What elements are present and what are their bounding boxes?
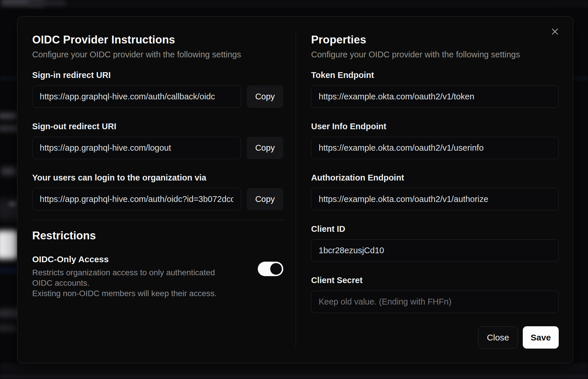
oidc-only-access-description: Restricts organization access to only au…: [32, 267, 235, 299]
copy-sign-out-uri-button[interactable]: Copy: [247, 137, 283, 159]
background-bottom-strip: [0, 374, 588, 379]
background-bottom-strip: [0, 363, 588, 374]
instructions-title: OIDC Provider Instructions: [32, 33, 283, 47]
page-background: { "dialog": { "left": { "title": "OIDC P…: [0, 0, 588, 379]
background-top-strip: [0, 0, 588, 8]
sign-out-redirect-uri-row: Copy: [32, 137, 283, 159]
background-blur-artifact: [1, 0, 45, 6]
client-id-label: Client ID: [311, 223, 559, 235]
instructions-subtitle: Configure your OIDC provider with the fo…: [32, 49, 283, 60]
properties-title: Properties: [311, 33, 559, 47]
background-blur-artifact: [9, 202, 16, 206]
authorization-endpoint-row: [311, 188, 559, 210]
save-button[interactable]: Save: [523, 326, 559, 349]
description-line-2: Existing non-OIDC members will keep thei…: [32, 288, 235, 299]
client-id-row: [311, 239, 559, 262]
client-secret-label: Client Secret: [311, 274, 559, 286]
login-url-label: Your users can login to the organization…: [32, 172, 283, 183]
background-blur-artifact: [0, 325, 17, 331]
client-secret-row: [311, 291, 559, 313]
user-info-endpoint-input[interactable]: [311, 137, 559, 159]
background-blur-artifact: [1, 167, 16, 175]
token-endpoint-label: Token Endpoint: [311, 69, 559, 81]
sign-out-redirect-uri-input[interactable]: [32, 137, 241, 159]
instructions-panel: OIDC Provider Instructions Configure you…: [32, 17, 283, 299]
oidc-provider-dialog: OIDC Provider Instructions Configure you…: [17, 16, 573, 363]
authorization-endpoint-label: Authorization Endpoint: [311, 172, 559, 183]
token-endpoint-row: [311, 85, 559, 108]
column-divider: [296, 30, 296, 347]
background-blur-artifact: [0, 231, 18, 259]
restrictions-title: Restrictions: [32, 229, 283, 243]
properties-panel: Properties Configure your OIDC provider …: [311, 17, 559, 349]
authorization-endpoint-input[interactable]: [311, 188, 559, 210]
login-url-row: Copy: [32, 188, 283, 210]
sign-in-redirect-uri-row: Copy: [32, 85, 283, 108]
login-url-input[interactable]: [32, 188, 241, 210]
copy-sign-in-uri-button[interactable]: Copy: [247, 85, 283, 108]
token-endpoint-input[interactable]: [311, 85, 559, 108]
oidc-only-access-label: OIDC-Only Access: [32, 254, 283, 265]
user-info-endpoint-row: [311, 137, 559, 159]
dialog-actions: Close Save: [311, 326, 559, 349]
oidc-only-access-toggle[interactable]: [258, 262, 283, 276]
toggle-thumb: [270, 263, 282, 275]
copy-login-url-button[interactable]: Copy: [247, 188, 283, 210]
sign-in-redirect-uri-input[interactable]: [32, 85, 241, 108]
client-secret-input[interactable]: [311, 291, 559, 313]
sign-out-redirect-uri-label: Sign-out redirect URI: [32, 121, 283, 132]
close-button[interactable]: Close: [478, 326, 518, 349]
background-blur-artifact: [28, 0, 66, 6]
user-info-endpoint-label: User Info Endpoint: [311, 121, 559, 132]
description-line-1: Restricts organization access to only au…: [32, 267, 235, 288]
section-divider: [32, 220, 283, 220]
client-id-input[interactable]: [311, 239, 559, 262]
oidc-only-access-row: OIDC-Only Access Restricts organization …: [32, 254, 283, 299]
background-blur-artifact: [0, 113, 17, 119]
properties-subtitle: Configure your OIDC provider with the fo…: [311, 49, 559, 60]
sign-in-redirect-uri-label: Sign-in redirect URI: [32, 69, 283, 81]
background-blur-artifact: [0, 125, 19, 132]
